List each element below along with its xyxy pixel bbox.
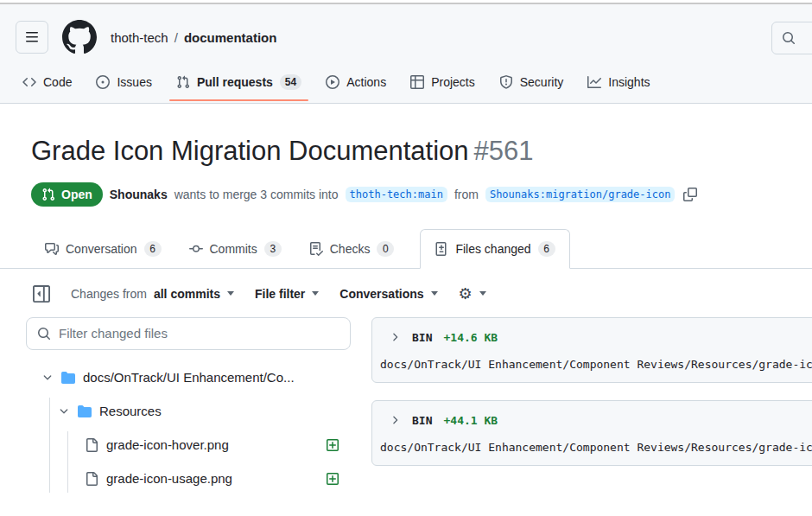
pr-number: #561 xyxy=(474,136,534,166)
diff-file-header: BIN +44.1 KB xyxy=(372,414,812,427)
nav-item-label: Security xyxy=(520,75,564,89)
filter-changed-files-input[interactable] xyxy=(59,326,339,341)
conversations-dropdown[interactable]: Conversations xyxy=(339,287,437,301)
commits-count-badge: 3 xyxy=(264,241,282,257)
changes-from-dropdown[interactable]: Changes from all commits xyxy=(71,287,234,301)
search-icon xyxy=(37,327,51,341)
play-icon xyxy=(326,75,339,89)
nav-item-label: Pull requests xyxy=(197,75,273,89)
conversations-label: Conversations xyxy=(339,287,423,301)
breadcrumb-repo[interactable]: documentation xyxy=(184,30,277,45)
nav-item-pull-requests[interactable]: Pull requests 54 xyxy=(169,61,308,103)
file-filter-dropdown[interactable]: File filter xyxy=(255,287,319,301)
size-delta: +14.6 KB xyxy=(443,331,498,344)
base-branch-pill[interactable]: thoth-tech:main xyxy=(346,187,447,202)
nav-item-projects[interactable]: Projects xyxy=(403,61,482,103)
chevron-down-icon xyxy=(431,291,438,296)
file-icon xyxy=(85,438,98,452)
tree-folder-label: Resources xyxy=(99,404,162,418)
tab-checks[interactable]: Checks 0 xyxy=(295,230,409,268)
tree-folder-docs[interactable]: docs/OnTrack/UI Enhancement/Co... xyxy=(26,364,351,392)
github-logo-icon[interactable] xyxy=(62,20,97,54)
pull-requests-count-badge: 54 xyxy=(280,74,301,90)
checks-count-badge: 0 xyxy=(377,241,394,257)
diff-added-icon xyxy=(326,472,339,486)
chevron-right-icon[interactable] xyxy=(389,414,401,426)
chevron-down-icon xyxy=(312,291,319,296)
tree-folder-resources[interactable]: Resources xyxy=(50,398,351,425)
nav-item-label: Code xyxy=(43,75,72,89)
folder-icon xyxy=(61,371,75,385)
tab-label: Files changed xyxy=(455,242,530,256)
chevron-right-icon[interactable] xyxy=(389,331,401,343)
file-filter-label: File filter xyxy=(255,287,305,301)
commits-range-value: all commits xyxy=(154,287,220,301)
chevron-down-icon xyxy=(58,405,70,417)
nav-item-label: Projects xyxy=(431,75,475,89)
git-commit-icon xyxy=(189,242,203,256)
tree-file-grade-icon-usage[interactable]: grade-icon-usage.png xyxy=(68,465,351,493)
tab-conversation[interactable]: Conversation 6 xyxy=(31,230,175,268)
tree-file-label: grade-icon-usage.png xyxy=(106,471,232,486)
chevron-down-icon xyxy=(41,372,54,384)
pr-author-link[interactable]: Shounaks xyxy=(110,188,168,201)
comment-discussion-icon xyxy=(45,242,59,256)
pr-meta-row: Open Shounaks wants to merge 3 commits i… xyxy=(31,182,784,207)
filter-changed-files-box xyxy=(26,317,351,350)
nav-item-code[interactable]: Code xyxy=(16,61,79,103)
three-bars-icon xyxy=(25,30,39,44)
diff-file-path[interactable]: docs/OnTrack/UI Enhancement/Component Re… xyxy=(372,358,812,371)
nav-item-actions[interactable]: Actions xyxy=(319,61,393,103)
pr-state-badge: Open xyxy=(31,182,103,207)
shield-icon xyxy=(499,75,513,89)
git-pull-request-icon xyxy=(41,188,55,201)
repo-nav: Code Issues Pull requests 54 Actions Pro… xyxy=(0,61,812,104)
nav-item-label: Issues xyxy=(117,75,151,89)
nav-item-security[interactable]: Security xyxy=(492,61,571,103)
file-diff-icon xyxy=(435,242,448,256)
file-icon xyxy=(85,472,98,486)
file-tree-sidebar: docs/OnTrack/UI Enhancement/Co... Resour… xyxy=(26,317,351,499)
tab-files-changed[interactable]: Files changed 6 xyxy=(420,229,569,269)
chevron-down-icon xyxy=(479,291,486,296)
hamburger-menu-button[interactable] xyxy=(16,21,48,54)
chevron-down-icon xyxy=(227,291,234,296)
tree-file-label: grade-icon-hover.png xyxy=(106,437,229,452)
global-search-button[interactable] xyxy=(771,22,812,54)
tab-commits[interactable]: Commits 3 xyxy=(175,230,295,268)
checklist-icon xyxy=(309,242,323,256)
code-icon xyxy=(22,75,36,89)
folder-icon xyxy=(78,405,92,418)
pr-from-text: from xyxy=(454,188,479,201)
pr-state-label: Open xyxy=(61,188,92,201)
nav-item-issues[interactable]: Issues xyxy=(89,61,158,103)
nav-item-insights[interactable]: Insights xyxy=(580,61,657,103)
diff-settings-dropdown[interactable]: ⚙ xyxy=(459,284,486,303)
breadcrumb: thoth-tech / documentation xyxy=(111,30,276,45)
copy-branch-button[interactable] xyxy=(682,186,699,203)
bin-label: BIN xyxy=(412,331,432,344)
table-icon xyxy=(410,75,424,89)
hide-file-tree-button[interactable] xyxy=(33,285,50,303)
size-delta: +44.1 KB xyxy=(443,414,498,427)
git-pull-request-icon xyxy=(176,75,190,89)
nav-item-label: Insights xyxy=(608,75,650,89)
diff-file-card: BIN +14.6 KB docs/OnTrack/UI Enhancement… xyxy=(371,317,812,383)
diff-toolbar: Changes from all commits File filter Con… xyxy=(0,269,812,317)
breadcrumb-org[interactable]: thoth-tech xyxy=(111,30,168,45)
issue-opened-icon xyxy=(96,75,110,89)
tree-file-grade-icon-hover[interactable]: grade-icon-hover.png xyxy=(68,431,351,459)
pr-tabs: Conversation 6 Commits 3 Checks 0 Files … xyxy=(0,229,812,269)
diff-added-icon xyxy=(326,438,339,452)
changes-from-label: Changes from xyxy=(71,287,147,301)
graph-icon xyxy=(587,75,601,89)
diff-file-header: BIN +14.6 KB xyxy=(372,331,812,344)
gear-icon: ⚙ xyxy=(459,284,473,303)
copy-icon xyxy=(683,188,697,201)
tab-label: Conversation xyxy=(66,242,137,256)
sidebar-collapse-icon xyxy=(33,285,50,303)
files-changed-count-badge: 6 xyxy=(538,241,555,257)
diff-file-path[interactable]: docs/OnTrack/UI Enhancement/Component Re… xyxy=(372,441,812,454)
head-branch-pill[interactable]: Shounaks:migration/grade-icon xyxy=(485,187,676,202)
file-tree: docs/OnTrack/UI Enhancement/Co... Resour… xyxy=(26,364,351,493)
